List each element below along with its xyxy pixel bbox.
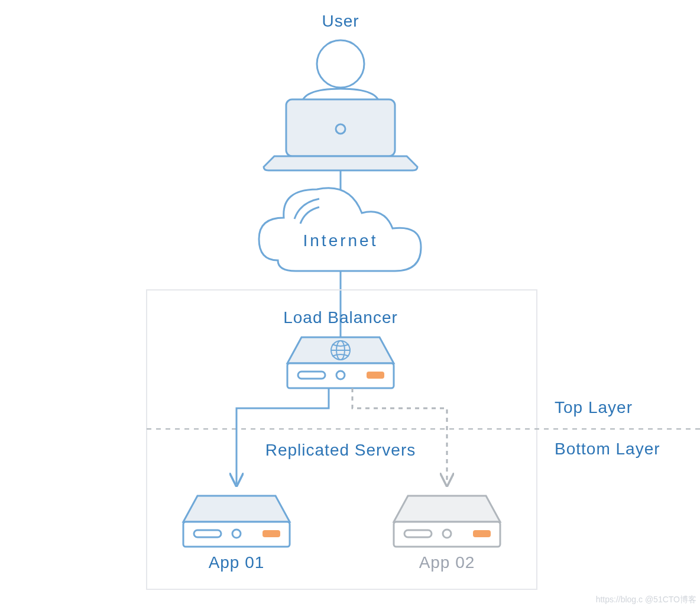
user-label: User — [322, 12, 359, 30]
bottom-layer-label: Bottom Layer — [555, 440, 660, 458]
svg-rect-17 — [473, 530, 491, 537]
app01-server-icon — [183, 496, 290, 547]
app02-label: App 02 — [419, 553, 475, 572]
top-layer-label: Top Layer — [555, 398, 633, 417]
internet-label: Internet — [303, 231, 378, 250]
svg-rect-9 — [367, 372, 384, 379]
load-balancer-icon — [287, 337, 394, 388]
svg-rect-13 — [262, 530, 280, 537]
app01-label: App 01 — [209, 553, 265, 572]
architecture-diagram: User Internet Top Layer Bottom Layer Loa… — [0, 0, 700, 610]
svg-rect-1 — [286, 99, 395, 156]
app02-server-icon — [394, 496, 500, 547]
svg-point-0 — [317, 40, 364, 88]
replicated-servers-label: Replicated Servers — [265, 441, 416, 459]
connector-lb-app01 — [236, 388, 329, 484]
watermark: https://blog.c @51CTO博客 — [596, 595, 696, 604]
connector-lb-app02 — [352, 388, 447, 484]
user-icon — [264, 40, 417, 170]
cloud-icon — [259, 188, 421, 271]
load-balancer-label: Load Balancer — [283, 308, 398, 327]
